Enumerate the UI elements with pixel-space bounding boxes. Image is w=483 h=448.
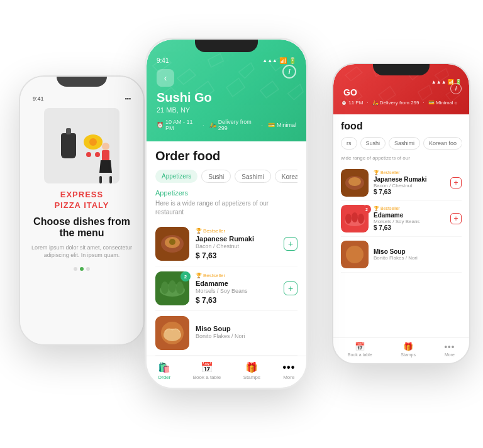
tab-korean[interactable]: Korean fo.. <box>275 170 297 183</box>
nav-book-table[interactable]: 📅 Book a table <box>193 361 221 380</box>
bottom-navigation: 🛍️ Order 📅 Book a table 🎁 Stamps ••• Mor… <box>147 356 306 388</box>
right-food-name-rumaki: Japanese Rumaki <box>374 176 445 183</box>
bottle-icon <box>61 133 76 158</box>
right-food-item-miso: Miso Soup Bonito Flakes / Nori <box>341 237 462 273</box>
right-book-table-label: Book a table <box>348 352 372 357</box>
tab-sashimi[interactable]: Sashimi <box>235 170 271 183</box>
figure-leg-r <box>109 176 112 183</box>
right-food-item-rumaki: 🏆 Bestseller Japanese Rumaki Bacon / Che… <box>341 165 462 201</box>
svg-point-19 <box>358 214 364 224</box>
order-nav-icon: 🛍️ <box>158 361 170 373</box>
right-tab-sushi[interactable]: Sushi <box>360 137 386 150</box>
category-tabs: Appetizers Sushi Sashimi Korean fo.. <box>155 170 297 183</box>
right-food-img-rumaki <box>341 169 369 197</box>
food-name-rumaki: Japanese Rumaki <box>196 235 277 243</box>
right-info-icon[interactable]: i <box>450 83 462 94</box>
book-table-nav-icon: 📅 <box>201 361 213 373</box>
right-item-badge-edamame: 2 <box>362 205 371 214</box>
right-stamps-label: Stamps <box>401 352 416 357</box>
right-section-desc: wide range of appetizers of our <box>341 155 462 161</box>
tab-sushi[interactable]: Sushi <box>201 170 231 183</box>
center-content: Order food Appetizers Sushi Sashimi Kore… <box>147 141 306 356</box>
stamps-nav-icon: 🎁 <box>245 361 258 373</box>
food-desc-rumaki: Bacon / Chestnut <box>196 243 277 249</box>
right-food-info-miso: Miso Soup Bonito Flakes / Nori <box>374 248 462 261</box>
nav-order[interactable]: 🛍️ Order <box>158 361 170 380</box>
svg-point-14 <box>348 177 361 186</box>
food-desc-edamame: Morsels / Soy Beans <box>196 288 277 294</box>
food-info-miso: Miso Soup Bonito Flakes / Nori <box>196 325 297 341</box>
food-item-miso: Miso Soup Bonito Flakes / Nori <box>155 311 297 356</box>
right-tab-sashimi[interactable]: Sashimi <box>389 137 420 150</box>
right-content: food rs Sushi Sashimi Korean foo wide ra… <box>333 114 469 337</box>
food-name-miso: Miso Soup <box>196 325 297 332</box>
right-add-edamame-button[interactable]: + <box>450 213 462 224</box>
center-header: 9:41 ▲▲▲ 📶 🔋 ‹ Sushi Go 21 MB, NY i ⏰ 10… <box>147 40 306 141</box>
add-edamame-button[interactable]: + <box>284 281 297 295</box>
left-status-bar: 9:41 ▪▪▪ <box>30 96 133 102</box>
right-phone-screen: ▲▲▲ 📶 🔋 GO i ⏰ 11 PM · 🛵 Delivery from 2… <box>333 64 469 363</box>
right-food-desc-edamame: Morsels / Soy Beans <box>374 219 445 224</box>
right-food-item-edamame: 2 🏆 Bestseller Edamame Morsels / Soy Bea… <box>341 201 462 237</box>
nav-more[interactable]: ••• More <box>282 362 295 380</box>
bestseller-badge-rumaki: 🏆 Bestseller <box>196 228 277 234</box>
figure-leg-l <box>99 176 102 183</box>
right-food-price-edamame: $ 7,63 <box>374 224 445 231</box>
right-food-desc-rumaki: Bacon / Chestnut <box>374 183 445 188</box>
left-signal: ▪▪▪ <box>125 96 131 102</box>
center-phone: 9:41 ▲▲▲ 📶 🔋 ‹ Sushi Go 21 MB, NY i ⏰ 10… <box>145 38 308 390</box>
food-item-edamame: 2 🏆 Bestseller Edamame Morsels / Soy Bea… <box>155 266 297 311</box>
item-badge-edamame: 2 <box>180 271 191 281</box>
bestseller-badge-edamame: 🏆 Bestseller <box>196 273 277 278</box>
food-price-edamame: $ 7,63 <box>196 296 277 305</box>
right-bestseller-rumaki: 🏆 Bestseller <box>374 170 445 175</box>
tab-appetizers[interactable]: Appetizers <box>155 170 197 183</box>
food-desc-miso: Bonito Flakes / Nori <box>196 333 297 339</box>
right-nav-book-table[interactable]: 📅 Book a table <box>348 342 372 357</box>
left-phone-screen: 9:41 ▪▪▪ <box>20 77 143 344</box>
dot-1 <box>86 152 91 157</box>
stamps-nav-label: Stamps <box>243 374 260 380</box>
figure-head <box>102 143 109 150</box>
right-food-name-miso: Miso Soup <box>374 248 462 255</box>
left-time: 9:41 <box>33 96 44 102</box>
right-food-info-rumaki: 🏆 Bestseller Japanese Rumaki Bacon / Che… <box>374 170 445 195</box>
nav-stamps[interactable]: 🎁 Stamps <box>243 361 260 380</box>
right-bestseller-edamame: 🏆 Bestseller <box>374 206 445 211</box>
right-tab-rs[interactable]: rs <box>341 137 357 150</box>
right-more-icon: ••• <box>445 342 455 351</box>
svg-point-3 <box>169 239 175 245</box>
right-phone-notch <box>373 64 430 75</box>
svg-point-18 <box>352 212 358 222</box>
pagination-dots <box>74 267 90 271</box>
right-nav-stamps[interactable]: 🎁 Stamps <box>401 342 416 357</box>
right-add-rumaki-button[interactable]: + <box>450 177 462 188</box>
dot-active <box>80 267 84 271</box>
svg-point-8 <box>176 281 184 294</box>
svg-point-17 <box>345 214 352 224</box>
food-img-miso <box>155 316 189 350</box>
food-item-rumaki: 🏆 Bestseller Japanese Rumaki Bacon / Che… <box>155 222 297 266</box>
right-tab-korean[interactable]: Korean foo <box>423 137 462 150</box>
right-nav-more[interactable]: ••• More <box>445 342 455 357</box>
svg-point-6 <box>161 281 169 294</box>
left-brand: EXPRESS PIZZA ITALY <box>54 190 109 211</box>
right-book-table-icon: 📅 <box>355 342 365 351</box>
left-subtext: Lorem ipsum dolor sit amet, consectetur … <box>30 244 133 260</box>
right-more-label: More <box>445 352 455 357</box>
info-icon[interactable]: i <box>282 65 296 79</box>
center-phone-notch <box>195 40 258 52</box>
right-stamps-icon: 🎁 <box>403 342 413 351</box>
left-mock-screen <box>44 108 119 183</box>
add-rumaki-button[interactable]: + <box>284 237 297 251</box>
section-label: Appetizers <box>155 189 297 197</box>
figure-skirt <box>99 160 112 173</box>
left-phone: 9:41 ▪▪▪ <box>19 75 145 346</box>
dot-inactive-2 <box>86 267 90 271</box>
food-price-rumaki: $ 7,63 <box>196 251 277 260</box>
svg-point-7 <box>169 280 176 293</box>
dot-inactive-1 <box>74 267 77 271</box>
food-img-rumaki <box>155 227 189 261</box>
right-food-name-edamame: Edamame <box>374 212 445 219</box>
food-info-rumaki: 🏆 Bestseller Japanese Rumaki Bacon / Che… <box>196 228 277 260</box>
